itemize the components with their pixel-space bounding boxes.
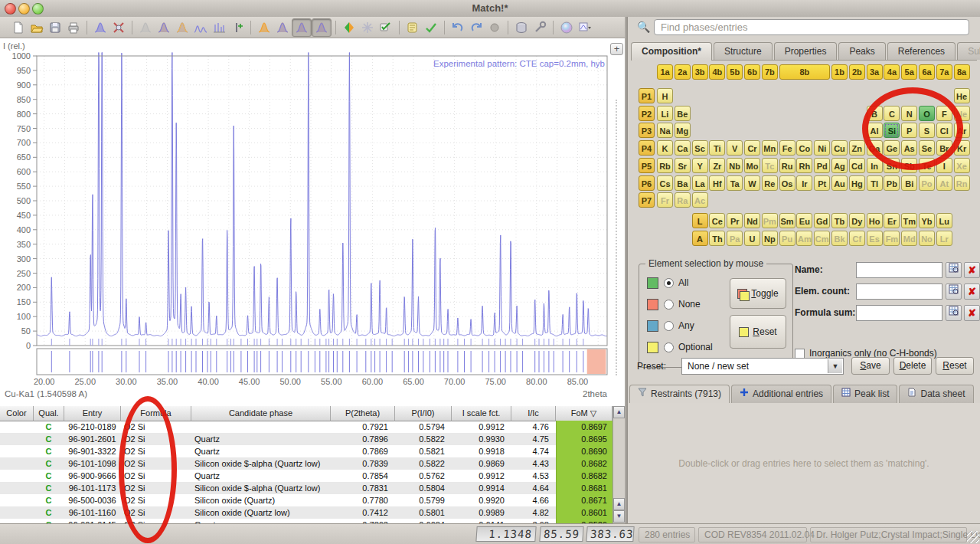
element-b[interactable]: B [867, 106, 883, 121]
table-row[interactable]: C96-901-2601O2 SiQuartz0.78960.58220.993… [0, 433, 612, 445]
element-ru[interactable]: Ru [779, 158, 795, 173]
element-md[interactable]: Md [901, 231, 917, 246]
element-pm[interactable]: Pm [762, 213, 778, 228]
element-zn[interactable]: Zn [849, 140, 865, 156]
record-icon[interactable] [485, 19, 504, 36]
period-button-p6[interactable]: P6 [639, 175, 655, 191]
stick-pattern-icon[interactable] [210, 19, 228, 36]
chart-splitter-handle[interactable] [616, 100, 617, 375]
profile-curves-icon[interactable] [173, 19, 191, 36]
element-fm[interactable]: Fm [884, 231, 900, 246]
redo-icon[interactable] [467, 19, 485, 36]
accept-peaks-icon[interactable] [377, 19, 395, 36]
add-peak-icon[interactable] [228, 19, 247, 36]
series-button-a[interactable]: A [692, 231, 708, 246]
delete-preset-button[interactable]: Delete [893, 357, 932, 375]
element-ne[interactable]: Ne [954, 106, 970, 121]
period-button-p7[interactable]: P7 [639, 192, 655, 208]
element-br[interactable]: Br [936, 140, 952, 156]
group-button-1a[interactable]: 1a [657, 64, 673, 80]
element-pr[interactable]: Pr [727, 213, 743, 228]
element-fr[interactable]: Fr [657, 192, 673, 208]
element-hf[interactable]: Hf [709, 175, 725, 191]
element-rh[interactable]: Rh [796, 158, 812, 173]
element-tl[interactable]: Tl [867, 175, 883, 191]
group-button-8b[interactable]: 8b [779, 64, 831, 80]
tab-structure[interactable]: Structure [714, 42, 773, 60]
select-from-list-icon[interactable] [946, 305, 962, 321]
tab-composition[interactable]: Composition* [631, 42, 712, 61]
period-button-p2[interactable]: P2 [639, 106, 655, 121]
element-os[interactable]: Os [779, 175, 795, 191]
column-header-qual-[interactable]: Qual. [34, 406, 64, 421]
selection-option-all[interactable]: All [647, 277, 688, 289]
element-th[interactable]: Th [709, 231, 725, 246]
database-icon[interactable] [512, 19, 531, 36]
element-pt[interactable]: Pt [814, 175, 830, 191]
element-xe[interactable]: Xe [954, 158, 970, 173]
element-eu[interactable]: Eu [796, 213, 812, 228]
element-ca[interactable]: Ca [675, 140, 691, 156]
toggle-button[interactable]: Toggle [730, 278, 786, 309]
element-v[interactable]: V [727, 140, 743, 156]
group-button-2a[interactable]: 2a [675, 64, 691, 80]
confirm-icon[interactable] [422, 19, 440, 36]
element-es[interactable]: Es [867, 231, 883, 246]
element-hg[interactable]: Hg [849, 175, 865, 191]
group-button-2b[interactable]: 2b [849, 64, 865, 80]
tab-properties[interactable]: Properties [774, 42, 838, 60]
element-ir[interactable]: Ir [796, 175, 812, 191]
element-as[interactable]: As [901, 140, 917, 156]
element-k[interactable]: K [657, 140, 673, 156]
radio-optional[interactable] [664, 342, 674, 352]
element-u[interactable]: U [744, 231, 760, 246]
element-ni[interactable]: Ni [814, 140, 830, 156]
element-po[interactable]: Po [919, 175, 935, 191]
table-row[interactable]: C96-901-3322O2 SiQuartz0.78690.58210.991… [0, 445, 612, 457]
element-o[interactable]: O [919, 106, 935, 121]
peak-fit-icon[interactable] [273, 19, 292, 36]
subtab-restraints-[interactable]: Restraints (7913) [629, 385, 730, 403]
fit-selected-icon[interactable] [292, 18, 312, 37]
element-mo[interactable]: Mo [744, 158, 760, 173]
period-button-p3[interactable]: P3 [639, 123, 655, 138]
element-i[interactable]: I [936, 158, 952, 173]
column-header-i-ic[interactable]: I/Ic [511, 406, 556, 421]
element-pd[interactable]: Pd [814, 158, 830, 173]
column-header-entry[interactable]: Entry [64, 406, 121, 421]
element-s[interactable]: S [919, 123, 935, 138]
group-button-5a[interactable]: 5a [901, 64, 917, 80]
diffraction-chart[interactable]: 0501001502002503003504004505005506006507… [0, 38, 625, 406]
table-row[interactable]: C96-101-1173O2 SiSilicon oxide $-alpha (… [0, 482, 612, 494]
radio-all[interactable] [664, 278, 674, 288]
element-bk[interactable]: Bk [831, 231, 848, 246]
element-in[interactable]: In [867, 158, 883, 173]
element-ta[interactable]: Ta [727, 175, 743, 191]
element-li[interactable]: Li [657, 106, 673, 121]
resize-grip[interactable] [967, 531, 979, 543]
element-se[interactable]: Se [919, 140, 935, 156]
select-from-list-icon[interactable] [946, 262, 962, 278]
raw-data-icon[interactable] [91, 19, 109, 36]
element-nb[interactable]: Nb [727, 158, 743, 173]
clear-icon[interactable] [358, 19, 377, 36]
element-cr[interactable]: Cr [744, 140, 760, 156]
tab-subfiles[interactable]: Subfiles [957, 42, 980, 60]
chart-menu-icon[interactable] [576, 19, 594, 36]
element-cf[interactable]: Cf [849, 231, 865, 246]
element-ar[interactable]: Ar [954, 123, 970, 138]
element-bi[interactable]: Bi [901, 175, 917, 191]
process-icon[interactable] [109, 19, 128, 36]
element-he[interactable]: He [954, 88, 970, 103]
group-button-6b[interactable]: 6b [744, 64, 760, 80]
element-sc[interactable]: Sc [692, 140, 708, 156]
group-button-7a[interactable]: 7a [936, 64, 952, 80]
element-ag[interactable]: Ag [831, 158, 848, 173]
element-p[interactable]: P [901, 123, 917, 138]
element-be[interactable]: Be [675, 106, 691, 121]
table-row[interactable]: C96-210-0189O2 Si0.79210.57940.99124.760… [0, 421, 612, 433]
element-h[interactable]: H [657, 88, 673, 103]
fit-all-icon[interactable] [312, 18, 332, 37]
scroll-down-icon[interactable]: ▼ [613, 510, 625, 523]
element-cu[interactable]: Cu [831, 140, 848, 156]
